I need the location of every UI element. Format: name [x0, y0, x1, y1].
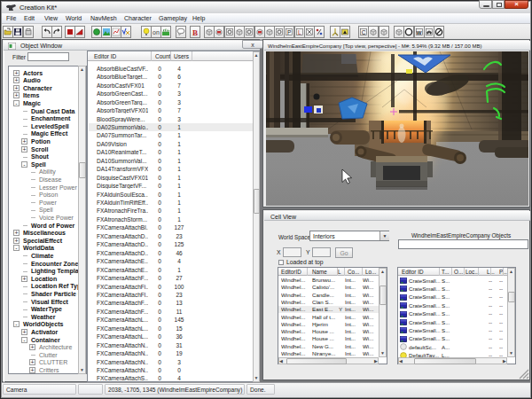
svg-text:C: C [362, 29, 366, 35]
svg-text:L: L [298, 29, 301, 35]
svg-text:W: W [416, 30, 421, 35]
svg-text:on: on [153, 29, 160, 35]
svg-text:B: B [192, 28, 198, 37]
svg-text:P: P [287, 29, 291, 35]
